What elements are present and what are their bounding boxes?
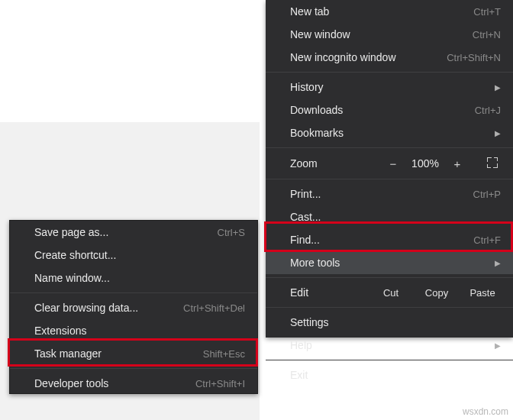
zoom-value: 100% — [406, 157, 444, 170]
copy-button[interactable]: Copy — [414, 287, 460, 299]
menu-separator — [266, 307, 513, 308]
menu-shortcut: Ctrl+S — [218, 227, 245, 238]
watermark: wsxdn.com — [463, 406, 508, 417]
fullscreen-button[interactable] — [479, 157, 505, 170]
zoom-controls: − 100% + — [380, 157, 505, 170]
menu-label: Developer tools — [34, 377, 108, 389]
menu-item-bookmarks[interactable]: Bookmarks ▶ — [266, 121, 513, 144]
menu-item-print[interactable]: Print... Ctrl+P — [266, 183, 513, 205]
menu-item-new-window[interactable]: New window Ctrl+N — [266, 23, 513, 46]
submenu-item-developer-tools[interactable]: Developer tools Ctrl+Shift+I — [10, 372, 257, 395]
menu-label: Print... — [290, 188, 321, 200]
menu-item-exit[interactable]: Exit — [266, 363, 513, 386]
menu-label: New tab — [290, 5, 329, 18]
more-tools-submenu: Save page as... Ctrl+S Create shortcut..… — [9, 220, 258, 394]
zoom-in-button[interactable]: + — [444, 157, 470, 170]
menu-shortcut: Ctrl+Shift+I — [195, 378, 245, 389]
menu-shortcut: Ctrl+T — [473, 6, 501, 18]
menu-shortcut: Ctrl+N — [473, 29, 501, 40]
menu-item-settings[interactable]: Settings — [266, 311, 513, 334]
menu-item-cast[interactable]: Cast... — [266, 205, 513, 228]
menu-separator — [266, 179, 513, 179]
menu-separator — [10, 292, 257, 293]
submenu-arrow-icon: ▶ — [495, 129, 501, 137]
menu-shortcut: Ctrl+Shift+N — [447, 52, 501, 63]
menu-label: Cast... — [290, 211, 321, 223]
menu-label: Downloads — [290, 104, 343, 116]
submenu-item-clear-browsing[interactable]: Clear browsing data... Ctrl+Shift+Del — [10, 296, 257, 319]
submenu-item-save-page[interactable]: Save page as... Ctrl+S — [10, 221, 257, 244]
zoom-out-button[interactable]: − — [380, 157, 406, 170]
submenu-item-extensions[interactable]: Extensions — [10, 319, 257, 342]
menu-label: Settings — [290, 316, 329, 328]
main-menu: New tab Ctrl+T New window Ctrl+N New inc… — [266, 0, 513, 338]
menu-shortcut: Shift+Esc — [203, 348, 245, 360]
cut-button[interactable]: Cut — [368, 287, 414, 299]
paste-button[interactable]: Paste — [460, 287, 505, 299]
submenu-item-create-shortcut[interactable]: Create shortcut... — [10, 244, 257, 267]
menu-item-more-tools[interactable]: More tools ▶ — [266, 251, 513, 274]
menu-item-zoom: Zoom − 100% + — [266, 151, 513, 176]
submenu-item-name-window[interactable]: Name window... — [10, 267, 257, 289]
menu-separator — [266, 277, 513, 278]
menu-separator — [266, 72, 513, 73]
menu-shortcut: Ctrl+Shift+Del — [183, 302, 245, 314]
submenu-arrow-icon: ▶ — [495, 83, 501, 92]
menu-item-new-tab[interactable]: New tab Ctrl+T — [266, 0, 513, 23]
menu-label: More tools — [290, 257, 340, 269]
menu-item-find[interactable]: Find... Ctrl+F — [266, 228, 513, 251]
menu-label: Exit — [290, 369, 308, 381]
menu-shortcut: Ctrl+P — [473, 189, 501, 200]
menu-item-new-incognito[interactable]: New incognito window Ctrl+Shift+N — [266, 46, 513, 69]
menu-separator — [10, 368, 257, 369]
menu-separator — [266, 360, 513, 360]
menu-label: Help — [290, 339, 312, 351]
menu-label: Bookmarks — [290, 127, 344, 139]
menu-label: Create shortcut... — [34, 249, 116, 261]
menu-label: New window — [290, 28, 350, 40]
menu-item-history[interactable]: History ▶ — [266, 76, 513, 99]
menu-label: New incognito window — [290, 51, 396, 63]
menu-label: Find... — [290, 234, 320, 246]
menu-item-downloads[interactable]: Downloads Ctrl+J — [266, 99, 513, 121]
menu-shortcut: Ctrl+J — [475, 105, 501, 116]
edit-label: Edit — [290, 286, 368, 299]
menu-label: Save page as... — [34, 226, 108, 238]
submenu-arrow-icon: ▶ — [495, 259, 501, 267]
menu-label: Name window... — [34, 272, 110, 284]
fullscreen-icon — [487, 157, 498, 168]
zoom-label: Zoom — [290, 157, 380, 170]
menu-shortcut: Ctrl+F — [473, 234, 501, 246]
menu-label: Extensions — [34, 325, 86, 337]
menu-label: Task manager — [34, 347, 102, 360]
submenu-item-task-manager[interactable]: Task manager Shift+Esc — [10, 342, 257, 365]
submenu-arrow-icon: ▶ — [495, 341, 501, 350]
menu-separator — [266, 147, 513, 148]
menu-item-edit: Edit Cut Copy Paste — [266, 281, 513, 304]
menu-item-help[interactable]: Help ▶ — [266, 334, 513, 357]
menu-label: Clear browsing data... — [34, 302, 138, 314]
menu-label: History — [290, 81, 324, 93]
